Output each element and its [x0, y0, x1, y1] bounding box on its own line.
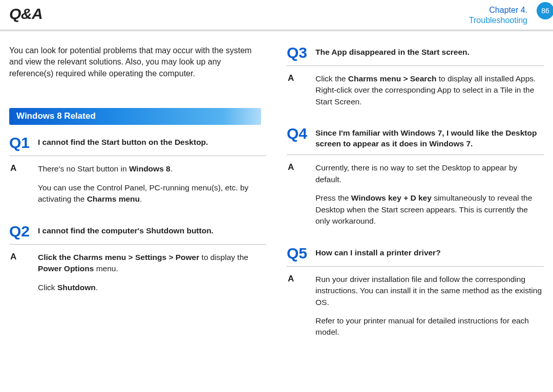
answer-body: Click the Charms menu > Search to displa…	[315, 73, 544, 107]
answer-row: A Click the Charms menu > Settings > Pow…	[9, 252, 266, 293]
answer-label: A	[9, 252, 32, 262]
question-number: Q2	[9, 224, 32, 239]
answer-para: Click the Charms menu > Settings > Power…	[38, 252, 266, 275]
chapter-label: Chapter 4. Troubleshooting	[469, 5, 527, 26]
question-row: Q5 How can I install a printer driver?	[287, 246, 544, 267]
answer-label: A	[287, 162, 309, 172]
answer-para: You can use the Control Panel, PC-runnin…	[38, 182, 266, 205]
answer-para: Press the Windows key + D key simultaneo…	[315, 192, 544, 227]
qa-item: Q3 The App disappeared in the Start scre…	[287, 45, 544, 107]
page-number-badge: 86	[537, 2, 553, 19]
answer-row: A There's no Start button in Windows 8. …	[9, 163, 266, 205]
answer-row: A Click the Charms menu > Search to disp…	[287, 73, 544, 107]
question-text: Since I'm familiar with Windows 7, I wou…	[315, 126, 544, 149]
chapter-line-1: Chapter 4.	[469, 5, 527, 15]
question-text: How can I install a printer driver?	[315, 246, 441, 258]
page-title: Q&A	[9, 5, 544, 23]
answer-label: A	[287, 274, 309, 284]
qa-item: Q1 I cannot find the Start button on the…	[9, 135, 266, 205]
question-row: Q1 I cannot find the Start button on the…	[9, 135, 266, 156]
page-number: 86	[541, 7, 549, 15]
question-text: I cannot find the Start button on the De…	[38, 135, 208, 148]
answer-body: Currently, there is no way to set the De…	[315, 162, 544, 227]
answer-row: A Run your driver installation file and …	[287, 274, 544, 338]
answer-para: Click the Charms menu > Search to displa…	[315, 73, 544, 107]
section-heading: Windows 8 Related	[9, 108, 261, 125]
answer-para: Run your driver installation file and fo…	[315, 274, 544, 308]
answer-label: A	[287, 73, 309, 83]
answer-body: Click the Charms menu > Settings > Power…	[38, 252, 266, 293]
question-row: Q3 The App disappeared in the Start scre…	[287, 45, 544, 66]
right-column: Q3 The App disappeared in the Start scre…	[287, 45, 544, 357]
question-number: Q4	[287, 126, 309, 141]
answer-para: There's no Start button in Windows 8.	[38, 163, 266, 175]
question-number: Q3	[287, 45, 309, 60]
answer-para: Currently, there is no way to set the De…	[315, 162, 544, 185]
page-header: Q&A Chapter 4. Troubleshooting 86	[0, 0, 553, 30]
question-row: Q2 I cannot find the computer's Shutdown…	[9, 224, 266, 245]
answer-para: Click Shutdown.	[38, 282, 266, 293]
question-number: Q5	[287, 246, 309, 261]
question-text: I cannot find the computer's Shutdown bu…	[38, 224, 214, 236]
qa-item: Q5 How can I install a printer driver? A…	[287, 246, 544, 338]
answer-body: Run your driver installation file and fo…	[315, 274, 544, 338]
question-row: Q4 Since I'm familiar with Windows 7, I …	[287, 126, 544, 155]
intro-paragraph: You can look for potential problems that…	[9, 45, 266, 79]
left-column: You can look for potential problems that…	[9, 45, 266, 357]
answer-label: A	[9, 163, 32, 173]
content-columns: You can look for potential problems that…	[0, 45, 553, 366]
question-text: The App disappeared in the Start screen.	[315, 45, 470, 58]
answer-body: There's no Start button in Windows 8. Yo…	[38, 163, 266, 205]
answer-para: Refer to your printer manual for detaile…	[315, 315, 544, 338]
header-divider	[0, 30, 553, 32]
qa-item: Q4 Since I'm familiar with Windows 7, I …	[287, 126, 544, 227]
qa-item: Q2 I cannot find the computer's Shutdown…	[9, 224, 266, 293]
question-number: Q1	[9, 135, 32, 150]
chapter-line-2: Troubleshooting	[469, 15, 527, 26]
answer-row: A Currently, there is no way to set the …	[287, 162, 544, 227]
